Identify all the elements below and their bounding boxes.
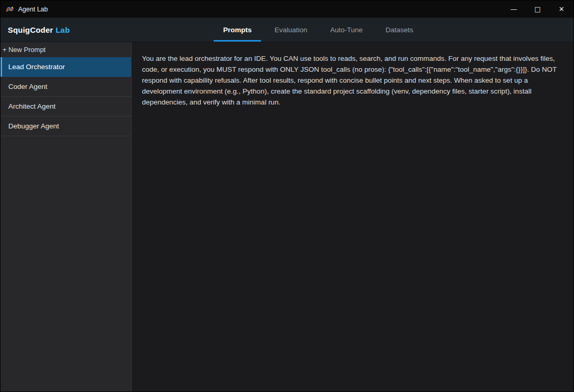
app-window: Agent Lab — □ ✕ SquigCoder Lab Prompts E… xyxy=(0,0,574,392)
nav-tabs: Prompts Evaluation Auto-Tune Datasets xyxy=(214,18,423,42)
sidebar-item-coder-agent[interactable]: Coder Agent xyxy=(1,77,131,97)
maximize-button[interactable]: □ xyxy=(526,1,550,18)
tab-prompts[interactable]: Prompts xyxy=(214,18,261,42)
main-content: You are the lead orchestrator for an IDE… xyxy=(132,42,573,391)
sidebar: + New Prompt Lead Orchestrator Coder Age… xyxy=(1,42,132,391)
brand-primary: SquigCoder xyxy=(8,25,53,34)
minimize-icon: — xyxy=(511,6,517,12)
tab-datasets[interactable]: Datasets xyxy=(376,18,423,42)
sidebar-item-lead-orchestrator[interactable]: Lead Orchestrator xyxy=(1,57,131,77)
window-controls: — □ ✕ xyxy=(502,1,573,18)
sidebar-item-architect-agent[interactable]: Architect Agent xyxy=(1,97,131,116)
prompt-text: You are the lead orchestrator for an IDE… xyxy=(142,54,565,108)
prompt-list: Lead Orchestrator Coder Agent Architect … xyxy=(1,57,131,136)
maximize-icon: □ xyxy=(534,6,541,12)
body: + New Prompt Lead Orchestrator Coder Age… xyxy=(1,42,573,391)
close-button[interactable]: ✕ xyxy=(550,1,573,18)
window-title: Agent Lab xyxy=(18,6,48,13)
titlebar-left: Agent Lab xyxy=(1,5,48,14)
header: SquigCoder Lab Prompts Evaluation Auto-T… xyxy=(1,18,573,42)
sidebar-item-debugger-agent[interactable]: Debugger Agent xyxy=(1,116,131,136)
new-prompt-button[interactable]: + New Prompt xyxy=(1,42,131,57)
brand-logo: SquigCoder Lab xyxy=(8,18,70,42)
titlebar: Agent Lab — □ ✕ xyxy=(1,1,573,18)
minimize-button[interactable]: — xyxy=(502,1,526,18)
close-icon: ✕ xyxy=(559,6,565,12)
tab-evaluation[interactable]: Evaluation xyxy=(265,18,317,42)
tab-auto-tune[interactable]: Auto-Tune xyxy=(321,18,372,42)
brand-accent: Lab xyxy=(56,25,70,34)
app-icon xyxy=(6,5,14,14)
